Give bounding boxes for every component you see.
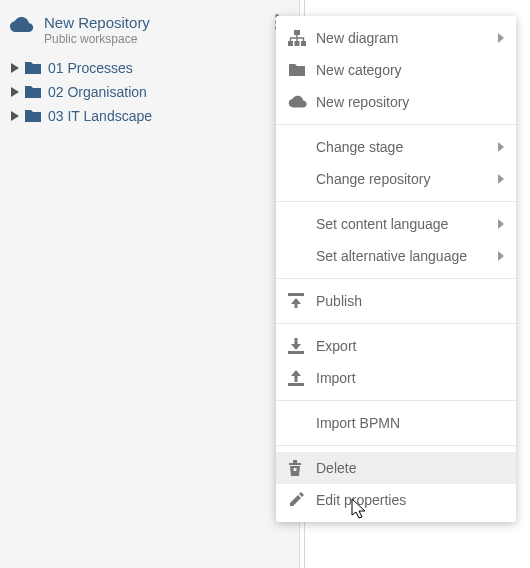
svg-rect-9	[295, 338, 298, 345]
menu-divider	[276, 278, 516, 279]
folder-icon	[22, 61, 44, 75]
menu-item-label: Set alternative language	[316, 248, 490, 264]
menu-item-import-bpmn[interactable]: Import BPMN	[276, 407, 516, 439]
menu-item-label: Export	[316, 338, 490, 354]
sitemap-icon	[288, 30, 316, 46]
download-icon	[288, 338, 316, 354]
tree-item-label: 02 Organisation	[44, 84, 147, 100]
tree-item-label: 03 IT Landscape	[44, 108, 152, 124]
context-menu: New diagram New category New repository …	[276, 16, 516, 522]
menu-item-new-repository[interactable]: New repository	[276, 86, 516, 118]
folder-icon	[22, 85, 44, 99]
repository-title: New Repository	[44, 14, 263, 32]
tree-item-organisation[interactable]: 02 Organisation	[4, 80, 291, 104]
menu-item-label: Import	[316, 370, 490, 386]
svg-rect-7	[288, 293, 304, 296]
chevron-right-icon	[490, 219, 504, 229]
cloud-icon	[288, 95, 316, 109]
svg-rect-10	[288, 351, 304, 354]
tree-item-it-landscape[interactable]: 03 IT Landscape	[4, 104, 291, 128]
svg-rect-3	[294, 30, 300, 35]
tree-item-processes[interactable]: 01 Processes	[4, 56, 291, 80]
repository-tree: 01 Processes 02 Organisation 03 IT Lands…	[0, 56, 299, 128]
menu-item-set-content-language[interactable]: Set content language	[276, 208, 516, 240]
menu-item-label: Set content language	[316, 216, 490, 232]
upload-icon	[288, 370, 316, 386]
folder-icon	[22, 109, 44, 123]
caret-right-icon	[8, 87, 22, 97]
menu-item-new-diagram[interactable]: New diagram	[276, 22, 516, 54]
menu-item-delete[interactable]: Delete	[276, 452, 516, 484]
caret-right-icon	[8, 111, 22, 121]
menu-item-label: Edit properties	[316, 492, 490, 508]
menu-item-new-category[interactable]: New category	[276, 54, 516, 86]
menu-divider	[276, 124, 516, 125]
menu-item-import[interactable]: Import	[276, 362, 516, 394]
menu-item-label: Import BPMN	[316, 415, 490, 431]
menu-item-change-stage[interactable]: Change stage	[276, 131, 516, 163]
menu-item-label: Change stage	[316, 139, 490, 155]
menu-item-export[interactable]: Export	[276, 330, 516, 362]
caret-right-icon	[8, 63, 22, 73]
chevron-right-icon	[490, 142, 504, 152]
svg-rect-4	[288, 41, 293, 46]
svg-rect-14	[293, 460, 297, 463]
menu-divider	[276, 445, 516, 446]
menu-divider	[276, 400, 516, 401]
pencil-icon	[288, 492, 316, 508]
publish-icon	[288, 293, 316, 309]
chevron-right-icon	[490, 251, 504, 261]
trash-icon	[288, 460, 316, 476]
menu-divider	[276, 201, 516, 202]
svg-rect-15	[294, 468, 297, 471]
svg-rect-11	[295, 375, 298, 382]
sidebar: New Repository Public workspace 01 Proce…	[0, 0, 300, 568]
menu-item-edit-properties[interactable]: Edit properties	[276, 484, 516, 516]
menu-item-publish[interactable]: Publish	[276, 285, 516, 317]
menu-item-label: Publish	[316, 293, 490, 309]
svg-rect-13	[289, 463, 301, 465]
chevron-right-icon	[490, 174, 504, 184]
svg-rect-6	[301, 41, 306, 46]
menu-item-set-alternative-language[interactable]: Set alternative language	[276, 240, 516, 272]
menu-item-label: New category	[316, 62, 490, 78]
menu-divider	[276, 323, 516, 324]
menu-item-label: Delete	[316, 460, 490, 476]
svg-rect-12	[288, 383, 304, 386]
repository-subtitle: Public workspace	[44, 32, 263, 46]
menu-item-label: Change repository	[316, 171, 490, 187]
svg-rect-8	[295, 303, 298, 308]
menu-item-label: New repository	[316, 94, 490, 110]
menu-item-change-repository[interactable]: Change repository	[276, 163, 516, 195]
chevron-right-icon	[490, 33, 504, 43]
repository-header[interactable]: New Repository Public workspace	[0, 4, 299, 56]
svg-rect-5	[295, 41, 300, 46]
cloud-icon	[8, 14, 36, 34]
menu-item-label: New diagram	[316, 30, 490, 46]
folder-icon	[288, 63, 316, 77]
tree-item-label: 01 Processes	[44, 60, 133, 76]
